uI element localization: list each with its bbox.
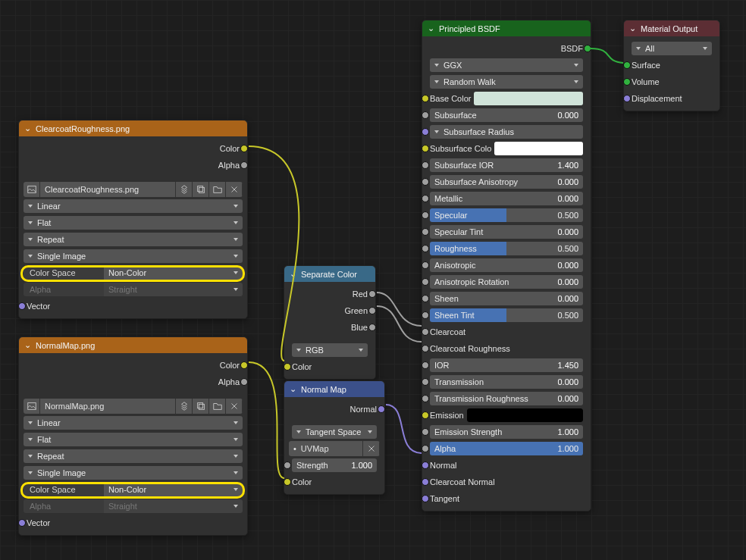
dropdown-extension[interactable]: Repeat (24, 233, 243, 246)
image-name-input[interactable]: ClearcoatRoughness.png (40, 182, 176, 197)
output-red[interactable]: Red (287, 286, 372, 302)
input-subsurface-ior[interactable]: Subsurface IOR1.400 (430, 158, 583, 172)
output-color[interactable]: Color (22, 141, 244, 156)
input-aniso-rot[interactable]: Anisotropic Rotation0.000 (430, 275, 583, 289)
dropdown-colorspace[interactable]: Color Space Non-Color (22, 265, 244, 280)
node-title: ClearcoatRoughness.png (36, 124, 130, 133)
open-image-icon[interactable] (209, 182, 226, 197)
dropdown-sss-method[interactable]: Random Walk (430, 75, 583, 89)
input-color[interactable]: Color (287, 359, 372, 374)
output-normal[interactable]: Normal (287, 402, 381, 417)
node-title: Normal Map (301, 385, 346, 394)
dropdown-extension[interactable]: Repeat (24, 449, 243, 463)
input-strength[interactable]: Strength1.000 (287, 458, 381, 473)
input-subsurface[interactable]: Subsurface0.000 (425, 108, 588, 123)
output-alpha[interactable]: Alpha (22, 374, 244, 389)
input-sheen[interactable]: Sheen0.000 (430, 292, 583, 305)
node-material-output[interactable]: ⌄ Material Output All Surface Volume Dis… (623, 20, 720, 111)
node-title: NormalMap.png (36, 341, 95, 350)
input-ior[interactable]: IOR1.450 (430, 358, 583, 372)
input-sheen-tint[interactable]: Sheen Tint0.500 (430, 308, 583, 322)
node-image-texture-clearcoat[interactable]: ⌄ ClearcoatRoughness.png Color Alpha Cle… (18, 120, 248, 319)
svg-rect-1 (197, 186, 202, 192)
input-tangent[interactable]: Tangent (425, 491, 588, 506)
dropdown-target[interactable]: All (632, 42, 712, 55)
input-subsurface-radius[interactable]: Subsurface Radius (425, 124, 588, 139)
input-clearcoat-roughness[interactable]: Clearcoat Roughness (425, 341, 588, 356)
input-surface[interactable]: Surface (627, 58, 716, 73)
dropdown-projection[interactable]: Flat (24, 433, 243, 446)
socket-base-color[interactable] (422, 95, 429, 102)
dropdown-source[interactable]: Single Image (24, 249, 243, 263)
input-alpha[interactable]: Alpha1.000 (430, 442, 583, 455)
input-metallic[interactable]: Metallic0.000 (430, 192, 583, 205)
dropdown-projection[interactable]: Flat (24, 216, 243, 230)
image-name-input[interactable]: NormalMap.png (40, 399, 176, 414)
base-color-swatch[interactable] (474, 92, 583, 105)
input-anisotropic[interactable]: Anisotropic0.000 (430, 258, 583, 272)
node-header[interactable]: ⌄ Principled BSDF (422, 20, 591, 36)
input-volume[interactable]: Volume (627, 74, 716, 89)
new-image-icon[interactable] (193, 399, 209, 414)
output-color[interactable]: Color (22, 358, 244, 373)
input-vector[interactable]: Vector (22, 299, 244, 314)
emission-swatch[interactable] (467, 408, 583, 422)
dropdown-alphamode: Alpha Straight (22, 282, 244, 297)
output-bsdf[interactable]: BSDF (425, 41, 588, 56)
input-specular-tint[interactable]: Specular Tint0.000 (430, 225, 583, 239)
node-header[interactable]: ⌄ Normal Map (284, 381, 384, 397)
svg-rect-2 (199, 187, 204, 192)
node-header[interactable]: ⌄ NormalMap.png (19, 337, 247, 353)
node-header[interactable]: ⌄ Separate Color (284, 266, 375, 282)
socket-bsdf-out[interactable] (584, 45, 591, 52)
unlink-icon[interactable] (226, 399, 243, 414)
input-transmission[interactable]: Transmission0.000 (430, 375, 583, 389)
input-vector[interactable]: Vector (22, 515, 244, 530)
dropdown-colorspace[interactable]: Color Space Non-Color (22, 482, 244, 497)
input-base-color[interactable]: Base Color (425, 91, 588, 106)
image-datablock-toolbar[interactable]: NormalMap.png (24, 399, 243, 414)
input-clearcoat[interactable]: Clearcoat (425, 324, 588, 339)
input-trans-rough[interactable]: Transmission Roughness0.000 (430, 392, 583, 405)
input-clearcoat-normal[interactable]: Clearcoat Normal (425, 474, 588, 490)
output-green[interactable]: Green (287, 303, 372, 318)
node-title: Material Output (641, 24, 697, 33)
input-displacement[interactable]: Displacement (627, 91, 716, 106)
clear-icon[interactable] (363, 441, 380, 456)
dropdown-distribution[interactable]: GGX (430, 58, 583, 72)
output-blue[interactable]: Blue (287, 320, 372, 335)
input-specular[interactable]: Specular0.500 (430, 208, 583, 222)
input-subsurface-color[interactable]: Subsurface Colo (425, 141, 588, 156)
dropdown-space[interactable]: Tangent Space (292, 425, 377, 439)
chevron-down-icon: ⌄ (289, 384, 296, 394)
image-browse-icon[interactable] (24, 399, 40, 414)
input-emission-strength[interactable]: Emission Strength1.000 (430, 425, 583, 439)
image-datablock-toolbar[interactable]: ClearcoatRoughness.png (24, 182, 243, 197)
node-normal-map[interactable]: ⌄ Normal Map Normal Tangent Space •UVMap… (284, 380, 385, 495)
node-image-texture-normal[interactable]: ⌄ NormalMap.png Color Alpha NormalMap.pn… (18, 336, 248, 536)
open-image-icon[interactable] (209, 399, 226, 414)
dropdown-interpolation[interactable]: Linear (24, 416, 243, 430)
node-principled-bsdf[interactable]: ⌄ Principled BSDF BSDF GGX Random Walk B… (422, 20, 591, 512)
input-color[interactable]: Color (287, 474, 381, 490)
node-title: Principled BSDF (439, 24, 500, 33)
dropdown-source[interactable]: Single Image (24, 466, 243, 480)
input-normal[interactable]: Normal (425, 458, 588, 473)
node-header[interactable]: ⌄ Material Output (624, 20, 719, 36)
input-roughness[interactable]: Roughness0.500 (430, 242, 583, 255)
input-sss-aniso[interactable]: Subsurface Anisotropy0.000 (430, 175, 583, 189)
image-browse-icon[interactable] (24, 182, 40, 197)
fake-user-icon[interactable] (176, 182, 193, 197)
subsurface-color-swatch[interactable] (494, 142, 583, 155)
unlink-icon[interactable] (226, 182, 243, 197)
dropdown-mode[interactable]: RGB (292, 343, 368, 357)
input-emission[interactable]: Emission (425, 408, 588, 423)
chevron-down-icon: ⌄ (628, 23, 636, 33)
output-alpha[interactable]: Alpha (22, 158, 244, 173)
node-separate-color[interactable]: ⌄ Separate Color Red Green Blue RGB Colo… (284, 265, 376, 380)
fake-user-icon[interactable] (176, 399, 193, 414)
uvmap-selector[interactable]: •UVMap (289, 441, 380, 456)
new-image-icon[interactable] (193, 182, 209, 197)
dropdown-interpolation[interactable]: Linear (24, 199, 243, 213)
node-header[interactable]: ⌄ ClearcoatRoughness.png (19, 120, 247, 136)
